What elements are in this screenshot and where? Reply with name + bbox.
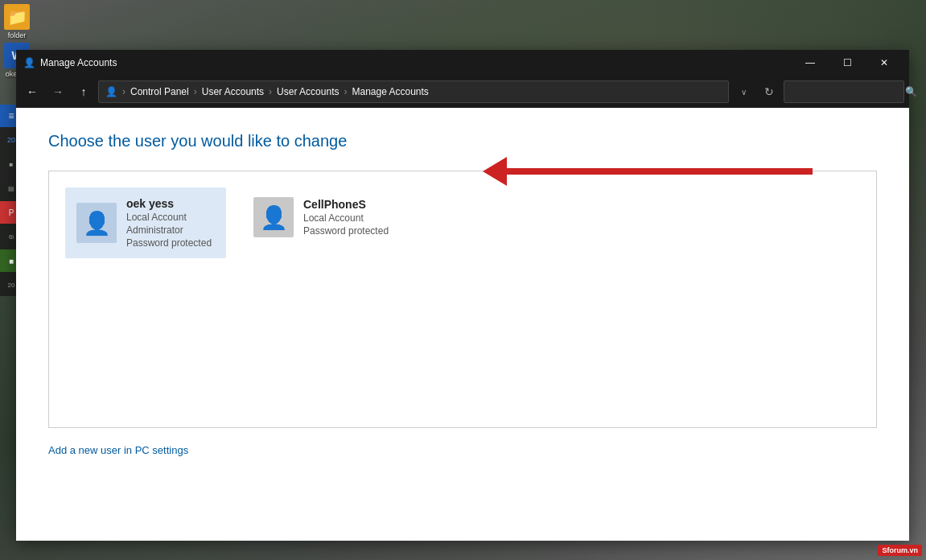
up-button[interactable]: ↑ — [72, 80, 95, 103]
folder-icon: 📁 — [4, 4, 30, 30]
search-input[interactable] — [791, 87, 902, 97]
search-box[interactable]: 🔍 — [784, 80, 904, 103]
breadcrumb-user-accounts-1[interactable]: User Accounts — [202, 86, 264, 97]
address-bar: ← → ↑ 👤 › Control Panel › User Accounts … — [16, 76, 909, 108]
account-card-1[interactable]: 👤 CellPhoneS Local Account Password prot… — [242, 187, 403, 247]
close-button[interactable]: ✕ — [866, 50, 903, 76]
account-name-0: oek yess — [126, 197, 212, 210]
avatar-icon-0: 👤 — [83, 210, 111, 237]
avatar-icon-1: 👤 — [260, 204, 288, 231]
address-dropdown[interactable]: ∨ — [732, 80, 755, 103]
back-button[interactable]: ← — [21, 80, 43, 103]
folder-label: folder — [8, 31, 27, 39]
breadcrumb-user-accounts-2[interactable]: User Accounts — [277, 86, 339, 97]
minimize-button[interactable]: — — [792, 50, 829, 76]
account-detail-1-1: Local Account — [303, 212, 389, 224]
account-card-0[interactable]: 👤 oek yess Local Account Administrator P… — [65, 187, 226, 258]
arrow-line — [507, 168, 813, 175]
account-detail-0-2: Administrator — [126, 224, 212, 236]
account-avatar-1: 👤 — [253, 197, 294, 237]
add-user-link[interactable]: Add a new user in PC settings — [48, 444, 188, 456]
title-bar-controls: — ☐ ✕ — [792, 50, 903, 76]
account-avatar-0: 👤 — [76, 203, 117, 243]
search-icon: 🔍 — [905, 86, 917, 97]
account-name-1: CellPhoneS — [303, 198, 389, 211]
accounts-grid: 👤 oek yess Local Account Administrator P… — [65, 187, 860, 258]
account-info-0: oek yess Local Account Administrator Pas… — [126, 197, 212, 249]
account-detail-0-1: Local Account — [126, 212, 212, 223]
forward-button[interactable]: → — [47, 80, 69, 103]
arrow-head — [483, 157, 507, 186]
title-bar-title: Manage Accounts — [40, 57, 792, 68]
page-heading: Choose the user you would like to change — [48, 132, 877, 150]
manage-accounts-window: 👤 Manage Accounts — ☐ ✕ ← → ↑ 👤 › Contro… — [16, 50, 909, 541]
home-icon: 👤 — [105, 86, 117, 97]
account-detail-0-3: Password protected — [126, 237, 212, 249]
address-field[interactable]: 👤 › Control Panel › User Accounts › User… — [98, 80, 729, 103]
accounts-panel: 👤 oek yess Local Account Administrator P… — [48, 171, 877, 428]
red-arrow — [483, 157, 813, 186]
breadcrumb-manage-accounts[interactable]: Manage Accounts — [352, 86, 428, 97]
maximize-button[interactable]: ☐ — [829, 50, 866, 76]
folder-icon-item[interactable]: 📁 folder — [4, 4, 30, 39]
title-bar: 👤 Manage Accounts — ☐ ✕ — [16, 50, 909, 76]
account-info-1: CellPhoneS Local Account Password protec… — [303, 198, 389, 237]
refresh-button[interactable]: ↻ — [758, 80, 780, 103]
account-detail-1-2: Password protected — [303, 225, 389, 237]
title-bar-icon: 👤 — [23, 56, 35, 69]
sforum-badge: Sforum.vn — [878, 545, 922, 556]
breadcrumb-control-panel[interactable]: Control Panel — [130, 86, 189, 97]
